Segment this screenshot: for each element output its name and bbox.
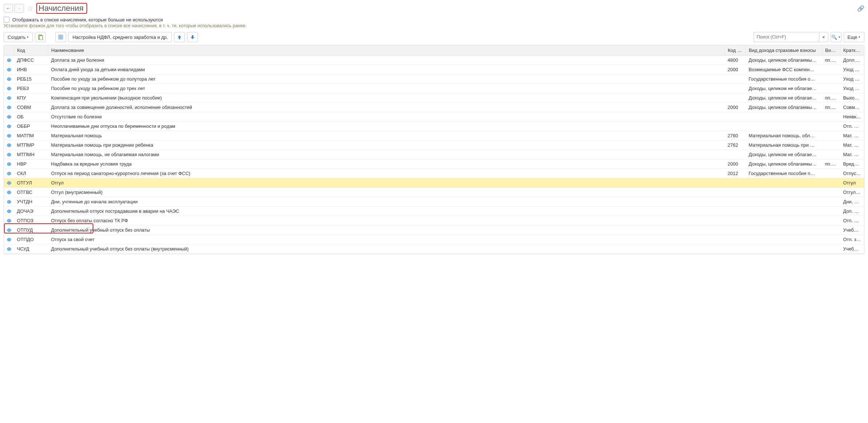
cell-code: ОБ [14,112,48,122]
cell-code-ndfl [725,74,746,84]
search-input[interactable] [754,32,819,42]
table-row[interactable]: ОТПДООтпуск за свой счетОтп. з… [4,235,864,244]
cell-income: Доходы, целиком облагаемы… [746,103,822,112]
filter-hint: Установите флажок для того чтобы отобраз… [4,23,864,28]
cell-income [746,244,822,254]
cell-code: ОТПДО [14,235,48,244]
table-row[interactable]: МТПМНМатериальная помощь, не облагаемая … [4,150,864,159]
arrow-up-icon [177,34,182,40]
more-button[interactable]: Еще ▾ [844,32,864,42]
col-name[interactable]: Наименование [48,45,725,56]
table-row[interactable]: СОВМДоплата за совмещение должностей, ис… [4,103,864,112]
cell-code: РЕБ3 [14,84,48,93]
row-icon [4,93,14,103]
table-header: Код Наименование Код … Вид дохода страхо… [4,45,864,56]
col-short[interactable]: Кратко… [840,45,864,56]
table-row[interactable]: ОТГВСОтгул (внутрисменный)Отгул … [4,188,864,197]
show-unused-checkbox[interactable] [4,17,9,23]
table-row[interactable]: ОТПУДДополнительный учебный отпуск без о… [4,225,864,235]
row-icon [4,235,14,244]
cell-short: Неявк… [840,112,864,122]
cell-code-ndfl [725,93,746,103]
cell-code-ndfl: 2012 [725,169,746,178]
row-icon [4,244,14,254]
list-icon [58,34,64,40]
cell-name: Дополнительный учебный отпуск без оплаты… [48,244,725,254]
move-up-button[interactable] [174,32,185,42]
table-row[interactable]: ОББРНеоплачиваемые дни отпуска по береме… [4,122,864,131]
search-button[interactable]: 🔍 ▾ [831,32,841,42]
cell-name: Отпуск на период санаторно-курортного ле… [48,169,725,178]
row-icon [4,178,14,188]
more-label: Еще [848,34,857,40]
cell-income: Государственные пособия п… [746,169,822,178]
ndfl-settings-button[interactable]: Настройка НДФЛ, среднего заработка и др. [68,32,172,42]
cell-short: Отп. з… [840,235,864,244]
create-button[interactable]: Создать ▾ [4,32,33,42]
table-row[interactable]: СКЛОтпуск на период санаторно-курортного… [4,169,864,178]
chevron-down-icon: ▾ [859,35,860,39]
col-code[interactable]: Код [14,45,48,56]
topbar: ← → ☆ Начисления 🔗 [4,3,864,14]
cell-short: Отп. п… [840,122,864,131]
cell-code-ndfl [725,112,746,122]
row-icon [4,141,14,150]
row-icon [4,74,14,84]
nav-forward-button[interactable]: → [15,4,24,13]
cell-code: СОВМ [14,103,48,112]
cell-short: Учебн… [840,225,864,235]
favorite-star-icon[interactable]: ☆ [27,4,33,13]
table-row[interactable]: ОТПОЗОтпуск без оплаты согласно ТК РФОтп… [4,216,864,225]
table-row[interactable]: ДПФССДоплата за дни болезни4800Доходы, ц… [4,56,864,65]
link-icon[interactable]: 🔗 [857,5,864,12]
cell-vid [822,197,840,207]
table-row[interactable]: ДОЧАЭДополнительный отпуск пострадавшим … [4,207,864,216]
cell-income: Доходы, целиком не облагае… [746,150,822,159]
cell-name: Доплата за дни болезни [48,56,725,65]
table-row[interactable]: РЕБ3Пособие по уходу за ребенком до трех… [4,84,864,93]
row-icon [4,216,14,225]
move-down-button[interactable] [187,32,198,42]
cell-name: Компенсация при увольнении (выходное пос… [48,93,725,103]
cell-vid [822,216,840,225]
row-icon [4,131,14,141]
table-row[interactable]: ИНВОплата дней ухода за детьми-инвалидам… [4,65,864,74]
nav-back-button[interactable]: ← [4,4,13,13]
list-button[interactable] [55,32,66,42]
copy-button[interactable] [35,32,46,42]
chevron-down-icon: ▾ [27,35,29,39]
cell-income [746,197,822,207]
cell-income: Доходы, целиком облагаемы… [746,56,822,65]
row-icon [4,169,14,178]
cell-vid [822,235,840,244]
filter-row: Отображать в списке начисления, которые … [4,17,864,23]
cell-code-ndfl [725,207,746,216]
cell-name: Дополнительный отпуск пострадавшим в ава… [48,207,725,216]
cell-short: Мат. п… [840,141,864,150]
table-row[interactable]: УЧТДНДни, учтенные до начала эксплуатаци… [4,197,864,207]
table-row[interactable]: ОТГУЛОтгулОтгул [4,178,864,188]
table-row[interactable]: РЕБ15Пособие по уходу за ребенком до пол… [4,74,864,84]
col-vid[interactable]: Вид… [822,45,840,56]
cell-name: Отсутствие по болезни [48,112,725,122]
table-row[interactable]: КПУКомпенсация при увольнении (выходное … [4,93,864,103]
col-code-ndfl[interactable]: Код … [725,45,746,56]
cell-code-ndfl: 2762 [725,141,746,150]
table-row[interactable]: НВРНадбавка за вредные условия труда2000… [4,159,864,169]
col-income[interactable]: Вид дохода страховые взносы [746,45,822,56]
cell-vid: пп.… [822,56,840,65]
cell-vid [822,74,840,84]
title-highlight: Начисления [36,3,87,14]
cell-code-ndfl [725,84,746,93]
svg-rect-1 [40,36,43,40]
table-row[interactable]: ОБОтсутствие по болезниНеявк… [4,112,864,122]
table-row[interactable]: ЧСУДДополнительный учебный отпуск без оп… [4,244,864,254]
table-row[interactable]: МТПМРМатериальная помощь при рождении ре… [4,141,864,150]
cell-code: ДОЧАЭ [14,207,48,216]
cell-code: МТПМР [14,141,48,150]
clear-search-button[interactable]: × [819,32,828,42]
cell-code: ОТПОЗ [14,216,48,225]
table-row[interactable]: МАТПММатериальная помощь2760Материальная… [4,131,864,141]
cell-income [746,235,822,244]
page-title: Начисления [39,4,84,13]
